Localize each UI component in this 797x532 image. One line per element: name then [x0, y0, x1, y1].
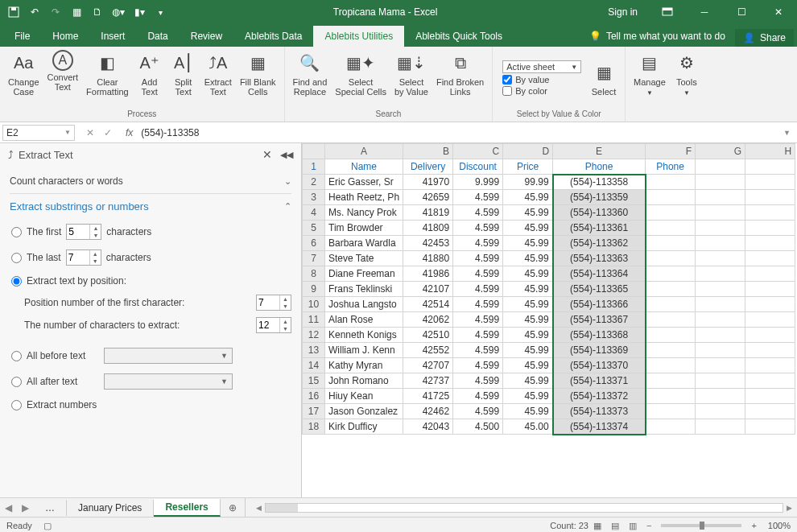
- cell[interactable]: (554)-113374: [553, 419, 646, 435]
- cell[interactable]: 4.500: [453, 419, 503, 435]
- header-cell[interactable]: Name: [325, 159, 403, 175]
- cell[interactable]: 42737: [403, 373, 453, 389]
- cell[interactable]: 42659: [403, 190, 453, 205]
- row-header[interactable]: 6: [303, 236, 325, 251]
- cell[interactable]: [646, 205, 696, 221]
- by-value-checkbox[interactable]: [502, 75, 512, 85]
- row-header[interactable]: 4: [303, 205, 325, 221]
- select-by-value-button[interactable]: ▦⇣Selectby Value: [391, 48, 432, 98]
- header-cell[interactable]: Price: [503, 159, 553, 175]
- cell[interactable]: 41970: [403, 175, 453, 190]
- col-header-A[interactable]: A: [325, 144, 403, 159]
- cell[interactable]: 4.599: [453, 389, 503, 404]
- cell[interactable]: 42043: [403, 419, 453, 435]
- cell[interactable]: 41809: [403, 221, 453, 236]
- cell[interactable]: [646, 373, 696, 389]
- cell[interactable]: [696, 404, 745, 419]
- pos-first-spinner[interactable]: ▲▼: [256, 295, 291, 311]
- scroll-left-icon[interactable]: ◀: [256, 504, 262, 512]
- cell[interactable]: 4.599: [453, 404, 503, 419]
- row-header[interactable]: 18: [303, 419, 325, 435]
- chevron-down-icon[interactable]: ▼: [218, 352, 230, 360]
- cell[interactable]: Kenneth Konigs: [325, 328, 403, 343]
- cell[interactable]: 45.99: [503, 251, 553, 266]
- cell[interactable]: [646, 312, 696, 328]
- cell[interactable]: (554)-113366: [553, 297, 646, 312]
- row-header[interactable]: 16: [303, 389, 325, 404]
- cell[interactable]: 4.599: [453, 266, 503, 282]
- cell[interactable]: [646, 221, 696, 236]
- cell[interactable]: [696, 221, 745, 236]
- cell[interactable]: [646, 175, 696, 190]
- cell[interactable]: [696, 312, 745, 328]
- tab-review[interactable]: Review: [180, 26, 233, 47]
- cell[interactable]: [646, 328, 696, 343]
- share-button[interactable]: 👤Share: [735, 29, 794, 47]
- cell[interactable]: [745, 373, 795, 389]
- cell[interactable]: Heath Reetz, Ph: [325, 190, 403, 205]
- all-after-input[interactable]: ▼: [104, 373, 233, 390]
- down-icon[interactable]: ▼: [89, 232, 101, 239]
- row-header[interactable]: 11: [303, 312, 325, 328]
- up-icon[interactable]: ▲: [279, 318, 291, 325]
- cell[interactable]: [646, 419, 696, 435]
- cell[interactable]: Kirk Dufficy: [325, 419, 403, 435]
- row-header[interactable]: 3: [303, 190, 325, 205]
- cell[interactable]: Kathy Myran: [325, 358, 403, 373]
- cell[interactable]: [745, 312, 795, 328]
- cell[interactable]: [696, 190, 745, 205]
- cell[interactable]: [696, 205, 745, 221]
- count-characters-section[interactable]: Count characters or words ⌄: [10, 169, 291, 193]
- sign-in-link[interactable]: Sign in: [597, 6, 649, 18]
- extract-substrings-section[interactable]: Extract substrings or numbers ⌃: [10, 194, 291, 219]
- cell[interactable]: (554)-113359: [553, 190, 646, 205]
- cell[interactable]: 4.599: [453, 328, 503, 343]
- find-replace-button[interactable]: 🔍Find andReplace: [290, 48, 331, 98]
- extract-text-button[interactable]: ⤴AExtractText: [201, 48, 235, 98]
- cell[interactable]: 4.599: [453, 205, 503, 221]
- tab-ablebits-utilities[interactable]: Ablebits Utilities: [313, 26, 404, 47]
- split-text-button[interactable]: A⎮SplitText: [167, 48, 200, 98]
- zoom-slider[interactable]: [661, 524, 741, 527]
- first-spinner[interactable]: ▲▼: [66, 224, 101, 240]
- cell[interactable]: [646, 282, 696, 297]
- row-header[interactable]: 10: [303, 297, 325, 312]
- cell[interactable]: [646, 343, 696, 358]
- tab-ablebits-data[interactable]: Ablebits Data: [233, 26, 313, 47]
- clear-formatting-button[interactable]: ◧ClearFormatting: [83, 48, 132, 98]
- cell[interactable]: (554)-113361: [553, 221, 646, 236]
- header-cell[interactable]: [745, 159, 795, 175]
- cell[interactable]: [745, 205, 795, 221]
- cell[interactable]: [745, 190, 795, 205]
- cell[interactable]: (554)-113364: [553, 266, 646, 282]
- col-header-C[interactable]: C: [453, 144, 503, 159]
- cell[interactable]: 45.99: [503, 282, 553, 297]
- page-layout-icon[interactable]: ▤: [606, 521, 624, 531]
- qa-icon-2[interactable]: 🗋: [89, 3, 106, 21]
- last-value[interactable]: [67, 252, 89, 263]
- header-cell[interactable]: Phone: [646, 159, 696, 175]
- cell[interactable]: Hiuy Kean: [325, 389, 403, 404]
- tab-home[interactable]: Home: [41, 26, 89, 47]
- cell[interactable]: (554)-113360: [553, 205, 646, 221]
- cell[interactable]: [745, 419, 795, 435]
- cell[interactable]: (554)-113373: [553, 404, 646, 419]
- header-cell[interactable]: [696, 159, 745, 175]
- cell[interactable]: 45.99: [503, 328, 553, 343]
- cell[interactable]: 45.99: [503, 221, 553, 236]
- zoom-out-button[interactable]: −: [642, 521, 656, 530]
- cell[interactable]: [745, 282, 795, 297]
- tab-insert[interactable]: Insert: [89, 26, 136, 47]
- cell[interactable]: Barbara Wardla: [325, 236, 403, 251]
- select-button[interactable]: ▦Select: [588, 58, 620, 98]
- cell[interactable]: 45.99: [503, 312, 553, 328]
- cell[interactable]: [646, 236, 696, 251]
- all-before-input[interactable]: ▼: [104, 348, 233, 364]
- cell[interactable]: John Romano: [325, 373, 403, 389]
- cell[interactable]: 45.00: [503, 419, 553, 435]
- fx-icon[interactable]: fx: [121, 127, 138, 138]
- cell[interactable]: [745, 328, 795, 343]
- convert-text-button[interactable]: AConvertText: [44, 48, 82, 93]
- row-header[interactable]: 1: [303, 159, 325, 175]
- cell[interactable]: 4.599: [453, 221, 503, 236]
